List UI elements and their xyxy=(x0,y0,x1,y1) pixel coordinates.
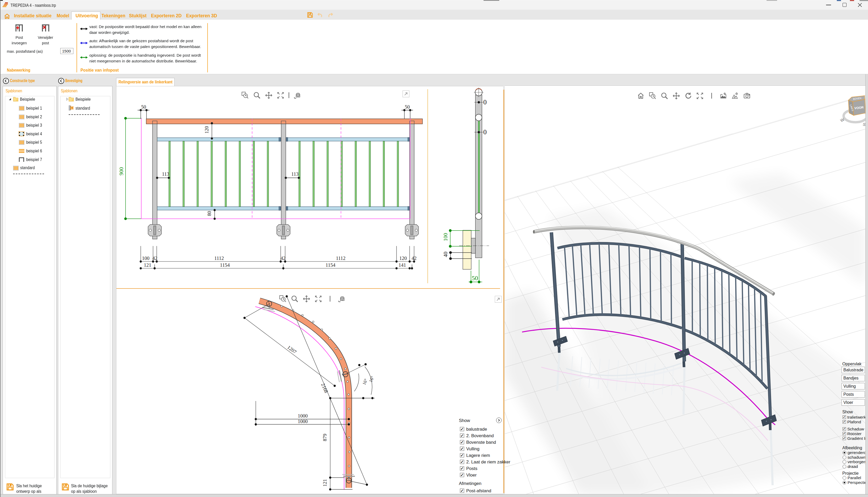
svg-text:1207: 1207 xyxy=(286,344,297,355)
svg-text:0: 0 xyxy=(483,98,487,106)
svg-text:1000: 1000 xyxy=(298,418,308,424)
svg-text:121: 121 xyxy=(322,479,328,487)
svg-text:0: 0 xyxy=(483,128,487,136)
svg-text:40: 40 xyxy=(442,252,449,257)
svg-text:1000: 1000 xyxy=(298,413,308,418)
svg-text:80: 80 xyxy=(207,211,212,216)
svg-text:879: 879 xyxy=(322,434,328,441)
svg-text:1112: 1112 xyxy=(215,255,224,261)
svg-text:100: 100 xyxy=(142,255,150,261)
svg-text:42: 42 xyxy=(152,255,158,261)
svg-text:42: 42 xyxy=(412,255,417,261)
svg-text:1112: 1112 xyxy=(336,255,346,261)
svg-text:S: S xyxy=(862,122,865,127)
svg-text:121: 121 xyxy=(144,262,151,268)
svg-text:113: 113 xyxy=(291,171,298,177)
svg-text:100: 100 xyxy=(442,233,449,241)
svg-text:16°: 16° xyxy=(368,375,375,383)
svg-text:2168: 2168 xyxy=(320,382,329,394)
svg-text:141: 141 xyxy=(399,262,406,268)
svg-text:1154: 1154 xyxy=(220,262,230,268)
svg-text:50: 50 xyxy=(141,104,146,110)
svg-text:900: 900 xyxy=(118,167,124,175)
svg-text:120: 120 xyxy=(399,255,407,261)
svg-text:50: 50 xyxy=(472,274,478,281)
svg-text:16°: 16° xyxy=(362,378,369,385)
svg-text:120: 120 xyxy=(204,126,209,134)
svg-text:1154: 1154 xyxy=(325,262,336,268)
svg-text:113: 113 xyxy=(162,171,169,177)
svg-text:50: 50 xyxy=(405,104,410,110)
svg-text:42: 42 xyxy=(281,255,286,261)
